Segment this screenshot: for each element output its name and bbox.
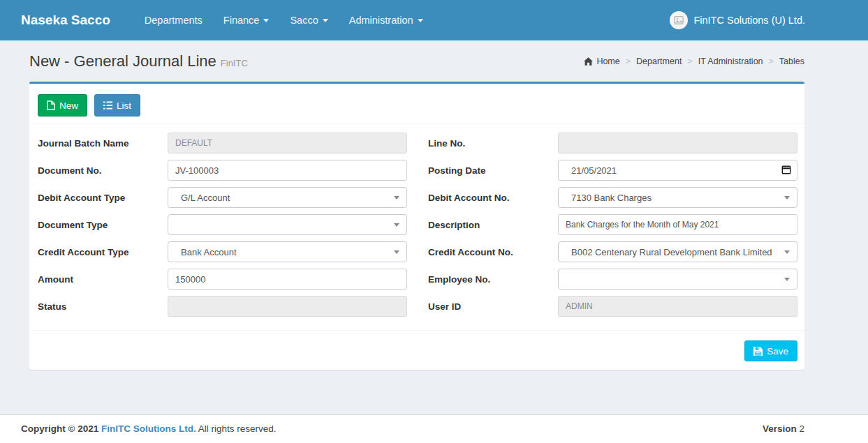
caret-down-icon bbox=[394, 250, 399, 254]
content-wrapper: New - General Journal LineFinITC Home > … bbox=[29, 40, 804, 370]
breadcrumb-separator: > bbox=[626, 57, 631, 66]
caret-down-icon bbox=[263, 19, 269, 22]
list-icon bbox=[103, 101, 112, 110]
file-icon bbox=[47, 100, 55, 110]
field-label: Status bbox=[38, 301, 168, 312]
field-label: Line No. bbox=[428, 138, 558, 149]
navbar: Naseka Sacco Departments Finance Sacco A… bbox=[0, 0, 868, 40]
field-label: Debit Account No. bbox=[428, 193, 558, 203]
field-document-type: Document Type bbox=[38, 214, 407, 235]
field-debit-account-no: Debit Account No. 7130 Bank Charges bbox=[428, 187, 797, 208]
field-label: Amount bbox=[38, 274, 168, 285]
page-title-group: New - General Journal LineFinITC bbox=[29, 52, 248, 70]
field-label: Posting Date bbox=[428, 165, 558, 176]
breadcrumb-separator: > bbox=[769, 57, 774, 66]
field-document-no: Document No. bbox=[38, 160, 407, 181]
nav-item-finance[interactable]: Finance bbox=[213, 1, 280, 39]
field-label: Employee No. bbox=[428, 274, 558, 285]
breadcrumb-label: Tables bbox=[779, 57, 804, 66]
caret-down-icon bbox=[784, 278, 790, 281]
caret-down-icon bbox=[394, 196, 399, 200]
save-button[interactable]: Save bbox=[744, 340, 797, 361]
field-line-no: Line No. bbox=[428, 133, 797, 153]
breadcrumb-tables[interactable]: Tables bbox=[779, 57, 804, 66]
version-label: Version bbox=[763, 423, 797, 434]
nav-item-departments[interactable]: Departments bbox=[134, 1, 213, 39]
user-id-input bbox=[558, 296, 797, 317]
amount-input[interactable] bbox=[168, 269, 407, 290]
copyright: Copyright © 2021 FinITC Solutions Ltd. A… bbox=[21, 423, 277, 434]
document-no-input[interactable] bbox=[168, 160, 407, 181]
nav-item-label: Departments bbox=[145, 15, 203, 26]
save-button-label: Save bbox=[767, 346, 788, 356]
copyright-prefix: Copyright © 2021 bbox=[21, 423, 98, 434]
credit-account-type-select[interactable]: Bank Account bbox=[168, 241, 407, 262]
select-value: 7130 Bank Charges bbox=[571, 193, 652, 203]
page-footer: Copyright © 2021 FinITC Solutions Ltd. A… bbox=[0, 414, 868, 443]
breadcrumb-label: IT Administration bbox=[698, 57, 763, 66]
page-subtitle: FinITC bbox=[221, 58, 248, 68]
field-label: Document No. bbox=[38, 165, 168, 176]
list-button-label: List bbox=[117, 100, 131, 111]
nav-item-label: Finance bbox=[223, 15, 260, 26]
breadcrumb: Home > Department > IT Administration > … bbox=[584, 57, 804, 66]
debit-account-type-select[interactable]: G/L Account bbox=[168, 187, 407, 208]
version-value: 2 bbox=[799, 423, 804, 434]
version: Version 2 bbox=[763, 423, 804, 434]
posting-date-input[interactable] bbox=[558, 160, 797, 181]
new-button-label: New bbox=[59, 100, 78, 111]
field-amount: Amount bbox=[38, 269, 407, 290]
user-name: FinITC Solutions (U) Ltd. bbox=[693, 15, 805, 26]
breadcrumb-label: Department bbox=[636, 57, 682, 66]
field-label: Credit Account No. bbox=[428, 247, 558, 257]
breadcrumb-home[interactable]: Home bbox=[584, 57, 619, 66]
image-placeholder-icon bbox=[674, 15, 684, 25]
select-value: B002 Centenary Rural Development Bank Li… bbox=[571, 247, 772, 257]
credit-account-no-select[interactable]: B002 Centenary Rural Development Bank Li… bbox=[558, 241, 797, 262]
field-label: User ID bbox=[428, 301, 558, 312]
nav-item-sacco[interactable]: Sacco bbox=[279, 1, 338, 39]
description-input[interactable] bbox=[558, 214, 797, 235]
breadcrumb-department[interactable]: Department bbox=[636, 57, 682, 66]
field-label: Debit Account Type bbox=[38, 193, 168, 203]
field-label: Credit Account Type bbox=[38, 247, 168, 257]
journal-batch-name-input bbox=[168, 133, 407, 153]
select-value: G/L Account bbox=[181, 193, 230, 203]
caret-down-icon bbox=[784, 250, 790, 254]
nav-item-label: Administration bbox=[349, 15, 413, 26]
employee-no-select[interactable] bbox=[558, 269, 797, 290]
page-head: New - General Journal LineFinITC Home > … bbox=[29, 40, 804, 82]
caret-down-icon bbox=[394, 223, 399, 227]
new-button[interactable]: New bbox=[38, 94, 87, 117]
form-card: New List Journal Batch Name Line No. Doc… bbox=[29, 82, 804, 370]
caret-down-icon bbox=[323, 19, 328, 22]
card-footer: Save bbox=[29, 331, 804, 370]
field-journal-batch-name: Journal Batch Name bbox=[38, 133, 407, 153]
field-label: Description bbox=[428, 220, 558, 230]
breadcrumb-label: Home bbox=[596, 57, 619, 66]
document-type-select[interactable] bbox=[168, 214, 407, 235]
field-label: Document Type bbox=[38, 220, 168, 230]
nav-item-label: Sacco bbox=[290, 15, 318, 26]
caret-down-icon bbox=[784, 196, 790, 200]
field-debit-account-type: Debit Account Type G/L Account bbox=[38, 187, 407, 208]
floppy-disk-icon bbox=[753, 347, 763, 356]
card-toolbar: New List bbox=[29, 84, 804, 124]
page-title: New - General Journal Line bbox=[29, 52, 216, 70]
brand-logo[interactable]: Naseka Sacco bbox=[21, 13, 110, 28]
copyright-suffix: All rights reserved. bbox=[196, 423, 277, 434]
field-description: Description bbox=[428, 214, 797, 235]
select-value: Bank Account bbox=[181, 247, 237, 257]
company-link[interactable]: FinITC Solutions Ltd. bbox=[101, 423, 196, 434]
calendar-icon[interactable] bbox=[781, 165, 791, 174]
caret-down-icon bbox=[418, 19, 423, 22]
breadcrumb-it-administration[interactable]: IT Administration bbox=[698, 57, 763, 66]
field-employee-no: Employee No. bbox=[428, 269, 797, 290]
list-button[interactable]: List bbox=[94, 94, 140, 117]
field-user-id: User ID bbox=[428, 296, 797, 317]
nav-item-administration[interactable]: Administration bbox=[339, 1, 434, 39]
user-menu[interactable]: FinITC Solutions (U) Ltd. bbox=[670, 11, 805, 29]
debit-account-no-select[interactable]: 7130 Bank Charges bbox=[558, 187, 797, 208]
field-label: Journal Batch Name bbox=[38, 138, 168, 149]
breadcrumb-separator: > bbox=[687, 57, 692, 66]
